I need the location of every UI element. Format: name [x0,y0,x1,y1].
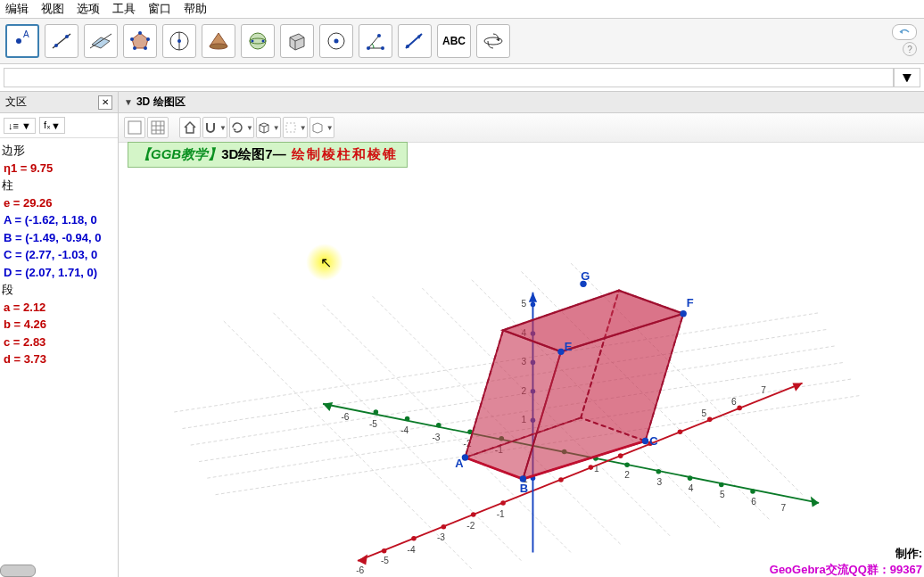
svg-point-71 [436,423,441,428]
tool-pointcircle[interactable] [319,24,353,58]
fx-dropdown[interactable]: fₓ ▼ [39,117,65,134]
algebra-list: 边形 η1 = 9.75 柱 e = 29.26 A = (-1.62, 1.1… [0,138,118,577]
tool-polygon[interactable] [123,24,157,58]
help-icon[interactable]: ? [903,42,917,56]
svg-text:2: 2 [624,470,630,480]
svg-text:-3: -3 [437,532,445,542]
tool-rotate3d[interactable] [476,24,510,58]
collapse-icon[interactable]: ▼ [124,97,133,107]
tool-cone[interactable] [202,24,235,58]
svg-point-3 [54,44,58,47]
svg-point-96 [737,406,742,411]
tool-angle[interactable] [359,24,392,58]
svg-text:-2: -2 [466,521,474,531]
main-toolbar: A ABC ? [0,18,924,64]
tool-plane[interactable] [84,24,118,58]
view3d-header[interactable]: ▼ 3D 绘图区 [119,92,924,113]
footer-credits: 制作: GeoGebra交流QQ群：99367 [770,546,922,577]
item-prism[interactable]: e = 29.26 [2,194,116,212]
svg-point-73 [374,409,379,415]
svg-text:-3: -3 [432,433,440,442]
svg-text:A: A [455,457,464,470]
svg-point-91 [589,465,594,470]
svg-text:-6: -6 [356,565,364,575]
menu-window[interactable]: 窗口 [148,1,171,17]
undo-button[interactable] [892,24,917,40]
item-seg-c[interactable]: c = 2.83 [2,334,116,351]
svg-point-95 [707,417,713,423]
svg-point-100 [411,536,417,541]
svg-point-64 [624,463,630,468]
algebra-panel-header[interactable]: 文区 ✕ [0,92,118,113]
item-seg-b[interactable]: b = 4.26 [2,316,116,334]
svg-text:6: 6 [731,397,737,407]
item-point-d[interactable]: D = (2.07, 1.71, 0) [2,264,116,282]
tool-vector[interactable] [398,24,432,58]
svg-point-99 [441,524,447,530]
svg-point-135 [642,438,648,444]
svg-point-20 [252,40,254,43]
view3d-title: 3D 绘图区 [136,95,186,110]
svg-point-90 [558,477,564,482]
svg-point-0 [16,38,21,44]
close-icon[interactable]: ✕ [98,95,112,110]
svg-text:6: 6 [751,497,756,507]
tool-sphere[interactable] [241,24,275,58]
svg-point-15 [177,39,181,43]
item-point-c[interactable]: C = (2.77, -1.03, 0 [2,246,116,264]
svg-text:3: 3 [656,477,662,487]
svg-point-30 [377,34,381,37]
svg-point-11 [133,46,136,50]
input-dropdown[interactable]: ⯆ [894,68,920,87]
menu-help[interactable]: 帮助 [184,1,207,17]
menu-view[interactable]: 视图 [41,1,64,17]
svg-text:E: E [565,340,573,353]
svg-text:-4: -4 [400,425,408,435]
svg-text:F: F [687,296,694,309]
svg-text:-1: -1 [497,509,505,519]
item-point-a[interactable]: A = (-1.62, 1.18, 0 [2,211,116,229]
svg-point-65 [656,469,662,474]
algebra-toolbar: ↓≡ ▼ fₓ ▼ [0,113,118,138]
svg-text:B: B [520,482,528,495]
svg-marker-5 [92,37,110,48]
item-seg-a[interactable]: a = 2.12 [2,299,116,317]
view3d-panel: ▼ 3D 绘图区 [119,92,924,577]
svg-point-27 [334,39,339,44]
view3d-canvas[interactable]: 1234567 -1-2-3-4-5-6 567 -1-2-3-4-5-6 [119,119,924,577]
item-point-b[interactable]: B = (-1.49, -0.94, 0 [2,229,116,247]
tool-prism[interactable] [280,24,314,58]
svg-point-67 [719,482,724,488]
svg-point-17 [210,44,227,49]
svg-text:-5: -5 [381,556,389,565]
svg-text:5: 5 [522,299,527,309]
svg-marker-60 [811,497,819,507]
svg-point-101 [382,548,387,554]
menu-tools[interactable]: 工具 [112,1,136,17]
svg-point-68 [750,489,755,494]
svg-point-117 [531,302,536,308]
svg-point-28 [367,46,370,50]
svg-point-98 [471,512,476,517]
svg-point-136 [557,349,564,355]
scrollbar-thumb[interactable] [0,565,36,577]
tool-line[interactable] [45,24,78,58]
svg-marker-7 [132,33,148,48]
sort-dropdown[interactable]: ↓≡ ▼ [4,118,36,134]
category-polygon[interactable]: 边形 [2,142,116,160]
tool-text[interactable]: ABC [437,24,471,58]
input-field[interactable] [4,68,894,87]
category-segment[interactable]: 段 [2,281,116,299]
svg-text:7: 7 [781,503,787,513]
svg-marker-112 [529,293,537,302]
tool-circle3d[interactable] [162,24,196,58]
menu-options[interactable]: 选项 [77,1,100,17]
category-prism[interactable]: 柱 [2,177,116,194]
title-banner: 【GGB教学】3D绘图7— 绘制棱柱和棱锥 [128,142,408,168]
menu-edit[interactable]: 编辑 [5,1,29,17]
item-seg-d[interactable]: d = 3.73 [2,350,116,368]
algebra-panel: 文区 ✕ ↓≡ ▼ fₓ ▼ 边形 η1 = 9.75 柱 e = 29.26 … [0,92,119,577]
tool-point[interactable]: A [5,24,39,58]
svg-text:4: 4 [689,483,694,493]
item-poly1[interactable]: η1 = 9.75 [2,160,116,177]
